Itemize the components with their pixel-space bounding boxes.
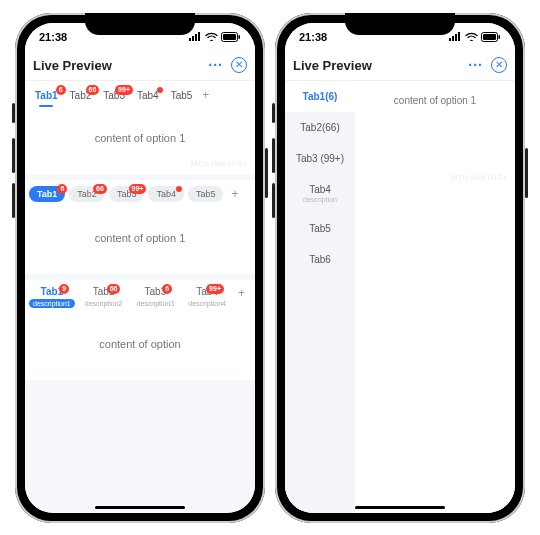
tabs-vertical: Tab1(6) Tab2(66) Tab3 (99+) Tab4descript… (285, 81, 355, 513)
home-indicator[interactable] (355, 506, 445, 509)
add-tab-icon[interactable]: + (234, 286, 249, 300)
status-indicators (449, 32, 501, 42)
status-time: 21:38 (39, 31, 67, 43)
tab-2[interactable]: Tab266 (64, 87, 98, 104)
phone-left: 21:38 Live Preview ··· ✕ Tab16 Tab266 Ta… (15, 13, 265, 523)
svg-rect-1 (192, 36, 194, 41)
page-title: Live Preview (293, 58, 372, 73)
tab-content: content of option 1 (25, 208, 255, 274)
svg-rect-6 (239, 35, 241, 39)
tab-5[interactable]: Tab5 (165, 87, 199, 104)
vtab-5[interactable]: Tab5 (285, 213, 355, 244)
watermark: MOLINKUISI (451, 173, 507, 182)
tab-content: content of option 1 (355, 81, 515, 513)
header: Live Preview ··· ✕ (25, 51, 255, 81)
svg-rect-13 (499, 35, 501, 39)
svg-rect-9 (455, 34, 457, 41)
close-icon[interactable]: ✕ (491, 57, 507, 73)
svg-rect-5 (223, 34, 236, 40)
status-bar: 21:38 (25, 23, 255, 51)
tab-1[interactable]: Tab16 (29, 87, 64, 104)
svg-rect-2 (195, 34, 197, 41)
add-tab-icon[interactable]: + (227, 187, 242, 201)
tab-1[interactable]: Tab16 (29, 186, 65, 202)
svg-rect-0 (189, 38, 191, 41)
vtab-4[interactable]: Tab4description (285, 174, 355, 213)
signal-icon (189, 32, 202, 41)
watermark: MOLINKUISI (191, 159, 247, 168)
tab-5[interactable]: Tab5 (188, 186, 224, 202)
tab-3[interactable]: Tab36description3 (131, 286, 181, 308)
svg-rect-3 (198, 32, 200, 41)
battery-icon (481, 32, 501, 42)
svg-rect-12 (483, 34, 496, 40)
tab-3[interactable]: Tab399+ (97, 87, 131, 104)
status-time: 21:38 (299, 31, 327, 43)
tab-4[interactable]: Tab4 (148, 186, 184, 202)
wifi-icon (465, 32, 478, 41)
vtab-6[interactable]: Tab6 (285, 244, 355, 275)
svg-rect-10 (458, 32, 460, 41)
status-indicators (189, 32, 241, 42)
close-icon[interactable]: ✕ (231, 57, 247, 73)
tabs-horizontal-pill: Tab16 Tab266 Tab399+ Tab4 Tab5 + (25, 180, 255, 208)
more-icon[interactable]: ··· (468, 57, 483, 73)
battery-icon (221, 32, 241, 42)
home-indicator[interactable] (95, 506, 185, 509)
tab-1[interactable]: Tab19description1 (27, 286, 77, 308)
vtab-1[interactable]: Tab1(6) (285, 81, 355, 112)
status-bar: 21:38 (285, 23, 515, 51)
tab-2[interactable]: Tab266description2 (79, 286, 129, 308)
phone-right: 21:38 Live Preview ··· ✕ Tab1(6) Tab2(66… (275, 13, 525, 523)
vtab-2[interactable]: Tab2(66) (285, 112, 355, 143)
tabs-horizontal-desc: Tab19description1 Tab266description2 Tab… (25, 280, 255, 314)
wifi-icon (205, 32, 218, 41)
more-icon[interactable]: ··· (208, 57, 223, 73)
svg-rect-7 (449, 38, 451, 41)
vtab-3[interactable]: Tab3 (99+) (285, 143, 355, 174)
tab-content: content of option (25, 314, 255, 380)
header: Live Preview ··· ✕ (285, 51, 515, 81)
tab-2[interactable]: Tab266 (69, 186, 105, 202)
add-tab-icon[interactable]: + (198, 88, 213, 102)
signal-icon (449, 32, 462, 41)
tabs-horizontal-text: Tab16 Tab266 Tab399+ Tab4 Tab5 + (25, 81, 255, 108)
page-title: Live Preview (33, 58, 112, 73)
tab-4[interactable]: Tab499+description4 (182, 286, 232, 308)
tab-3[interactable]: Tab399+ (109, 186, 145, 202)
svg-rect-8 (452, 36, 454, 41)
tab-4[interactable]: Tab4 (131, 87, 165, 104)
